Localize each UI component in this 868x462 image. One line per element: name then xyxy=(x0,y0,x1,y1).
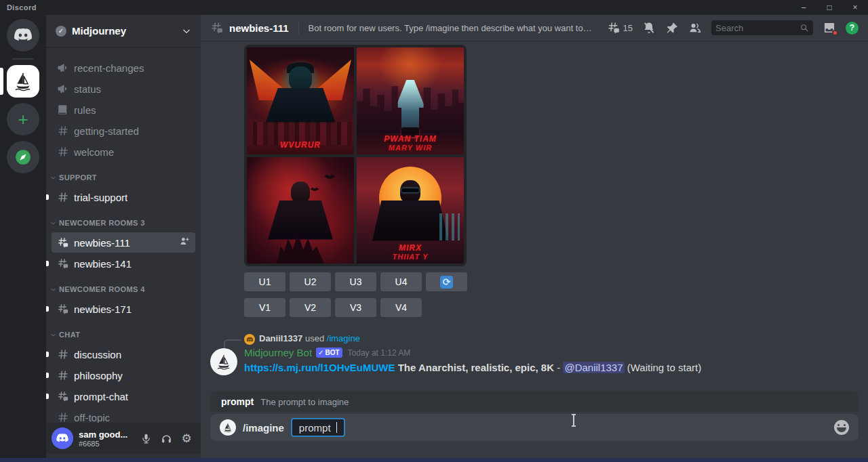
hash-icon xyxy=(57,369,69,381)
plus-icon: + xyxy=(18,110,28,128)
username: sam good... xyxy=(79,429,132,440)
art-caption: WVURUR xyxy=(247,141,354,150)
channel-getting-started[interactable]: getting-started xyxy=(52,121,195,141)
channel-label: newbies-141 xyxy=(74,258,132,270)
channel-status[interactable]: status xyxy=(52,79,195,99)
bot-avatar[interactable] xyxy=(210,348,237,375)
art-shape xyxy=(268,201,333,240)
channel-label: newbies-111 xyxy=(74,237,130,249)
art-shape xyxy=(357,84,401,134)
pin-icon xyxy=(665,21,679,35)
message-link[interactable]: https://s.mj.run/l1OHvEuMUWE xyxy=(244,362,395,373)
search-placeholder: Search xyxy=(715,23,797,33)
unread-indicator xyxy=(46,373,49,378)
bot-username[interactable]: Midjourney Bot xyxy=(244,347,312,358)
app-title: Discord xyxy=(7,3,37,12)
header-toolbar: 15 Search ? xyxy=(607,20,859,35)
generated-image-2[interactable]: PWAN TIAM MARY WIR xyxy=(357,47,464,154)
command-label: /imagine xyxy=(243,422,284,434)
home-button[interactable] xyxy=(7,19,39,51)
u4-button[interactable]: U4 xyxy=(380,272,422,291)
user-settings-button[interactable]: ⚙ xyxy=(178,429,195,447)
category-newcomer-rooms-4[interactable]: NEWCOMER ROOMS 4 xyxy=(46,280,201,298)
category-chat[interactable]: CHAT xyxy=(46,326,201,343)
channel-topic[interactable]: Bot room for new users. Type /imagine th… xyxy=(309,23,593,33)
add-server-button[interactable]: + xyxy=(7,103,39,135)
pinned-messages-button[interactable] xyxy=(665,21,679,35)
chevron-down-icon xyxy=(50,332,56,338)
prompt-option-value: prompt xyxy=(299,422,331,434)
channel-label: philosophy xyxy=(74,370,123,381)
threads-button[interactable]: 15 xyxy=(607,21,633,35)
explore-servers-button[interactable] xyxy=(7,141,39,173)
mouse-ibeam-cursor xyxy=(570,414,577,427)
verified-badge-icon: ✓ xyxy=(56,26,66,37)
channel-off-topic[interactable]: off-topic xyxy=(52,407,195,423)
help-button[interactable]: ? xyxy=(846,22,859,35)
deafen-button[interactable] xyxy=(157,429,175,447)
u2-button[interactable]: U2 xyxy=(290,272,331,291)
channel-newbies-111[interactable]: newbies-111 xyxy=(52,232,195,253)
reply-author-name[interactable]: Daniil1337 xyxy=(259,333,302,343)
rail-divider xyxy=(12,58,34,60)
slash-command-popup[interactable]: prompt The prompt to imagine xyxy=(210,392,859,412)
hash-chat-icon xyxy=(57,303,69,315)
generated-image-1[interactable]: WVURUR xyxy=(247,47,354,154)
v1-button[interactable]: V1 xyxy=(244,298,285,317)
message-composer[interactable]: /imagine prompt xyxy=(210,414,859,441)
server-header[interactable]: ✓ Midjourney xyxy=(46,15,201,47)
v3-button[interactable]: V3 xyxy=(335,298,376,317)
channel-label: recent-changes xyxy=(74,62,144,74)
channel-welcome[interactable]: welcome xyxy=(52,142,195,162)
channel-newbies-141[interactable]: newbies-141 xyxy=(52,253,195,274)
emoji-picker-button[interactable] xyxy=(834,420,849,435)
channel-label: getting-started xyxy=(74,125,139,137)
u1-button[interactable]: U1 xyxy=(244,272,285,291)
hash-icon xyxy=(57,348,69,360)
unread-indicator xyxy=(46,261,49,266)
channel-prompt-chat[interactable]: prompt-chat xyxy=(52,386,195,406)
category-label: CHAT xyxy=(59,331,80,339)
discord-window: Discord – □ × + ✓ Midjourney xyxy=(0,0,868,462)
search-input[interactable]: Search xyxy=(711,20,813,35)
channel-recent-changes[interactable]: recent-changes xyxy=(52,58,195,78)
channel-philosophy[interactable]: philosophy xyxy=(52,365,195,385)
channel-label: rules xyxy=(74,104,96,116)
channel-discussion[interactable]: discussion xyxy=(52,344,195,364)
close-button[interactable]: × xyxy=(842,0,868,15)
reply-author-avatar[interactable] xyxy=(244,334,255,345)
user-mention[interactable]: @Daniil1337 xyxy=(563,362,624,373)
mute-mic-button[interactable] xyxy=(137,429,155,447)
hash-chat-icon xyxy=(57,390,69,402)
prompt-option-input[interactable]: prompt xyxy=(291,418,345,437)
channel-trial-support[interactable]: trial-support xyxy=(52,187,195,207)
user-avatar[interactable] xyxy=(52,427,73,449)
discord-logo-icon xyxy=(13,25,33,45)
server-icon-midjourney[interactable] xyxy=(7,65,39,98)
channel-label: status xyxy=(74,83,101,95)
reply-command-link[interactable]: /imagine xyxy=(327,333,360,343)
maximize-button[interactable]: □ xyxy=(816,0,842,15)
channel-newbies-171[interactable]: newbies-171 xyxy=(52,299,195,319)
sailboat-icon xyxy=(12,70,34,92)
channel-rules[interactable]: rules xyxy=(52,100,195,120)
category-newcomer-rooms-3[interactable]: NEWCOMER ROOMS 3 xyxy=(46,214,201,232)
reroll-button[interactable]: ⟳ xyxy=(426,272,467,291)
u3-button[interactable]: U3 xyxy=(335,272,376,291)
command-reference[interactable]: Daniil1337 used /imagine xyxy=(259,333,360,343)
notification-settings-button[interactable] xyxy=(642,21,656,35)
user-meta[interactable]: sam good... #6685 xyxy=(79,429,132,448)
create-invite-button[interactable] xyxy=(179,236,190,249)
taskbar-sliver xyxy=(0,458,868,462)
discord-logo-icon xyxy=(246,336,254,343)
v2-button[interactable]: V2 xyxy=(290,298,331,317)
v4-button[interactable]: V4 xyxy=(380,298,422,317)
member-list-button[interactable] xyxy=(688,21,702,35)
inbox-button[interactable] xyxy=(823,21,836,35)
sailboat-icon xyxy=(222,422,233,433)
minimize-button[interactable]: – xyxy=(791,0,816,15)
chevron-down-icon xyxy=(182,26,191,36)
generated-image-3[interactable] xyxy=(247,157,354,264)
category-support[interactable]: SUPPORT xyxy=(46,169,201,186)
generated-image-4[interactable]: MIRX THIIAT Y xyxy=(357,157,464,264)
